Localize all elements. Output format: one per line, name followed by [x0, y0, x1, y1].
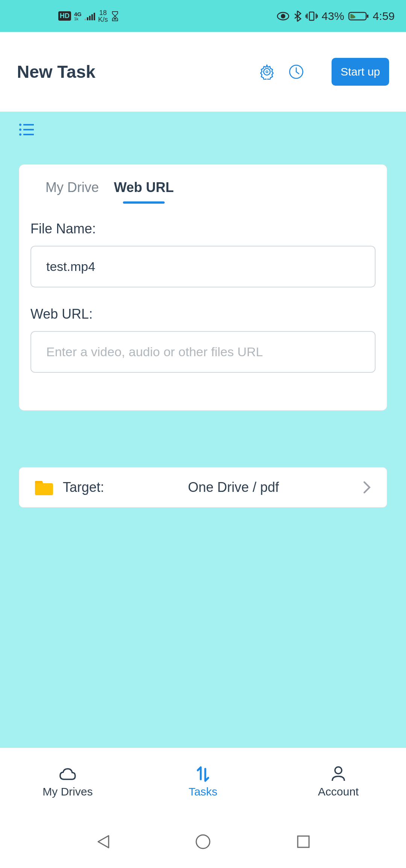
- hd-badge: HD: [58, 11, 71, 21]
- nav-account[interactable]: Account: [271, 748, 406, 815]
- data-speed: 18 K/s: [98, 9, 108, 23]
- svg-rect-16: [298, 836, 309, 847]
- list-icon: [19, 123, 34, 136]
- svg-rect-13: [35, 481, 42, 483]
- svg-rect-10: [23, 129, 34, 130]
- person-icon: [329, 766, 347, 782]
- svg-point-7: [19, 124, 21, 126]
- circle-home-icon: [195, 833, 211, 850]
- web-url-input[interactable]: [30, 331, 376, 373]
- nav-tasks-label: Tasks: [189, 785, 218, 798]
- square-recent-icon: [296, 835, 311, 849]
- svg-point-5: [266, 71, 268, 73]
- nav-drives-label: My Drives: [42, 785, 92, 798]
- svg-rect-12: [23, 134, 34, 135]
- svg-point-14: [335, 767, 342, 774]
- body-area: My Drive Web URL File Name: Web URL: Tar…: [0, 112, 406, 748]
- file-name-label: File Name:: [30, 221, 376, 237]
- source-tabs: My Drive Web URL: [30, 165, 376, 202]
- network-indicator: 4G 1k: [74, 11, 82, 21]
- settings-button[interactable]: [258, 63, 276, 81]
- transfer-icon: [194, 766, 212, 782]
- schedule-button[interactable]: [287, 63, 305, 81]
- system-home-button[interactable]: [194, 833, 212, 851]
- chevron-right-icon: [363, 481, 372, 494]
- system-nav: [0, 815, 406, 868]
- cloud-icon: [59, 766, 77, 782]
- clock-time: 4:59: [373, 10, 395, 23]
- system-recent-button[interactable]: [294, 833, 312, 851]
- svg-point-1: [281, 14, 285, 18]
- source-card: My Drive Web URL File Name: Web URL:: [19, 164, 387, 411]
- signal-bars-icon: [85, 12, 95, 20]
- svg-rect-8: [23, 124, 34, 126]
- nav-account-label: Account: [318, 785, 359, 798]
- tab-my-drive[interactable]: My Drive: [45, 180, 99, 202]
- page-title: New Task: [17, 62, 247, 82]
- svg-rect-4: [367, 15, 368, 18]
- tab-web-url[interactable]: Web URL: [114, 180, 174, 202]
- status-right: 43% 4:59: [277, 10, 395, 23]
- status-bar: HD 4G 1k 18 K/s: [0, 0, 406, 32]
- status-left: HD 4G 1k 18 K/s: [58, 9, 119, 23]
- vibrate-icon: [305, 11, 318, 22]
- target-selector[interactable]: Target: One Drive / pdf: [19, 467, 387, 508]
- svg-point-15: [196, 835, 210, 848]
- target-value: One Drive / pdf: [113, 479, 354, 495]
- target-label: Target:: [63, 479, 104, 495]
- bottom-nav: My Drives Tasks Account: [0, 748, 406, 815]
- eye-icon: [277, 12, 289, 21]
- web-url-label: Web URL:: [30, 306, 376, 322]
- nav-tasks[interactable]: Tasks: [135, 748, 271, 815]
- app-header: New Task Start up: [0, 32, 406, 112]
- nav-my-drives[interactable]: My Drives: [0, 748, 135, 815]
- bluetooth-icon: [293, 10, 301, 22]
- gear-icon: [259, 64, 275, 80]
- battery-icon: [348, 11, 369, 21]
- file-name-input[interactable]: [30, 246, 376, 287]
- folder-icon: [34, 479, 54, 495]
- battery-percent: 43%: [322, 10, 344, 23]
- list-view-button[interactable]: [0, 112, 406, 145]
- start-up-button[interactable]: Start up: [332, 58, 389, 86]
- form-section: File Name: Web URL:: [30, 202, 376, 373]
- triangle-back-icon: [95, 833, 110, 850]
- svg-point-9: [19, 129, 21, 131]
- clock-icon: [288, 64, 304, 80]
- svg-point-11: [19, 133, 21, 136]
- hourglass-icon: [111, 11, 119, 21]
- svg-rect-2: [309, 12, 314, 20]
- system-back-button[interactable]: [94, 833, 112, 851]
